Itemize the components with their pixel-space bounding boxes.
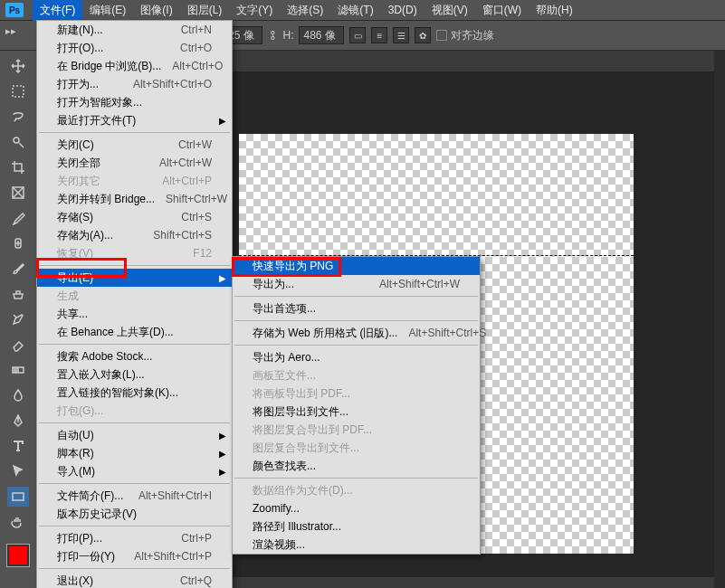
file-menu-item[interactable]: 最近打开文件(T)▶ xyxy=(37,111,232,129)
file-menu-item[interactable]: 关闭并转到 Bridge...Shift+Ctrl+W xyxy=(37,190,232,208)
blur-tool[interactable] xyxy=(7,385,29,405)
export-menu-item[interactable]: 将图层导出到文件... xyxy=(233,403,480,421)
file-dropdown-menu: 新建(N)...Ctrl+N打开(O)...Ctrl+O在 Bridge 中浏览… xyxy=(36,20,233,588)
move-tool[interactable] xyxy=(7,56,29,76)
type-tool[interactable] xyxy=(7,436,29,456)
export-menu-item-label: 快速导出为 PNG xyxy=(253,259,460,274)
align-icon[interactable]: ≡ xyxy=(371,27,387,43)
file-menu-item[interactable]: 文件简介(F)...Alt+Shift+Ctrl+I xyxy=(37,487,232,505)
shape-combine-icon[interactable]: ▭ xyxy=(349,27,366,43)
menu-edit[interactable]: 编辑(E) xyxy=(82,0,133,21)
export-menu-item[interactable]: 路径到 Illustrator... xyxy=(233,517,480,536)
export-menu-item[interactable]: 快速导出为 PNG xyxy=(233,257,480,275)
hand-tool[interactable] xyxy=(7,512,29,532)
marquee-tool[interactable] xyxy=(7,81,29,101)
submenu-arrow-icon: ▶ xyxy=(219,431,226,441)
gradient-tool[interactable] xyxy=(7,360,29,380)
arrange-icon[interactable]: ☰ xyxy=(393,27,409,43)
file-menu-item[interactable]: 打开为智能对象... xyxy=(37,93,232,111)
file-menu-item[interactable]: 存储为(A)...Shift+Ctrl+S xyxy=(37,226,232,244)
file-menu-item[interactable]: 置入链接的智能对象(K)... xyxy=(37,384,232,402)
file-menu-item-label: 版本历史记录(V) xyxy=(57,507,212,522)
height-label: H: xyxy=(282,29,293,42)
frame-tool[interactable] xyxy=(7,183,29,203)
menu-filter[interactable]: 滤镜(T) xyxy=(330,0,380,21)
file-menu-item-label: 退出(X) xyxy=(57,574,169,589)
file-menu-item[interactable]: 关闭(C)Ctrl+W xyxy=(37,136,232,154)
file-menu-item[interactable]: 关闭全部Alt+Ctrl+W xyxy=(37,154,232,172)
eyedropper-tool[interactable] xyxy=(7,208,29,228)
file-menu-item[interactable]: 自动(U)▶ xyxy=(37,426,232,444)
file-menu-item[interactable]: 版本历史记录(V) xyxy=(37,505,232,523)
healing-tool[interactable] xyxy=(7,233,29,253)
file-menu-item[interactable]: 共享... xyxy=(37,305,232,323)
foreground-color-swatch[interactable] xyxy=(7,545,29,566)
menu-help[interactable]: 帮助(H) xyxy=(529,0,580,21)
export-menu-item: 将画板导出到 PDF... xyxy=(233,384,480,403)
menu-3d[interactable]: 3D(D) xyxy=(381,1,425,19)
file-menu-item-label: 打开为智能对象... xyxy=(57,95,212,110)
lasso-tool[interactable] xyxy=(7,107,29,127)
menu-layer[interactable]: 图层(L) xyxy=(180,0,230,21)
file-menu-item[interactable]: 搜索 Adobe Stock... xyxy=(37,347,232,365)
file-menu-item: 生成 xyxy=(37,287,232,305)
export-menu-item[interactable]: 导出为 Aero... xyxy=(233,348,480,366)
file-menu-item-label: 导出(E) xyxy=(57,270,212,286)
file-menu-item-label: 关闭(C) xyxy=(57,138,167,153)
file-menu-item-shortcut: Alt+Shift+Ctrl+I xyxy=(138,489,212,502)
file-menu-item[interactable]: 退出(X)Ctrl+Q xyxy=(37,572,232,588)
file-menu-item[interactable]: 在 Behance 上共享(D)... xyxy=(37,323,232,341)
file-menu-item[interactable]: 打印一份(Y)Alt+Shift+Ctrl+P xyxy=(37,547,232,565)
menu-window[interactable]: 窗口(W) xyxy=(475,0,529,21)
file-menu-item[interactable]: 新建(N)...Ctrl+N xyxy=(37,21,232,39)
file-menu-separator xyxy=(39,344,230,345)
right-panel-collapsed[interactable] xyxy=(714,51,725,588)
brush-tool[interactable] xyxy=(7,259,29,279)
file-menu-item-shortcut: Alt+Ctrl+W xyxy=(159,156,212,169)
panel-toggle-icon[interactable]: ▸▸ xyxy=(5,25,16,37)
export-menu-item-label: 导出首选项... xyxy=(253,301,460,317)
file-menu-item-label: 在 Behance 上共享(D)... xyxy=(57,325,212,340)
export-menu-separator xyxy=(234,478,478,479)
file-menu-item[interactable]: 脚本(R)▶ xyxy=(37,444,232,462)
shape-tool[interactable] xyxy=(7,487,29,507)
eraser-tool[interactable] xyxy=(7,335,29,355)
align-edges-checkbox[interactable] xyxy=(436,30,447,41)
height-input[interactable]: 486 像 xyxy=(299,26,344,44)
export-menu-item[interactable]: 渲染视频... xyxy=(233,536,480,554)
file-menu-item[interactable]: 打印(P)...Ctrl+P xyxy=(37,529,232,547)
menu-type[interactable]: 文字(Y) xyxy=(229,0,280,21)
file-menu-item[interactable]: 打开(O)...Ctrl+O xyxy=(37,39,232,57)
file-menu-item: 恢复(V)F12 xyxy=(37,244,232,262)
menu-file[interactable]: 文件(F) xyxy=(33,0,82,21)
link-wh-icon[interactable]: ⚯ xyxy=(266,31,279,40)
file-menu-item[interactable]: 导入(M)▶ xyxy=(37,462,232,480)
export-menu-item-label: 颜色查找表... xyxy=(253,459,460,474)
export-menu-item[interactable]: 导出首选项... xyxy=(233,299,480,318)
file-menu-item[interactable]: 置入嵌入对象(L)... xyxy=(37,365,232,384)
export-menu-item[interactable]: 颜色查找表... xyxy=(233,457,480,475)
clone-tool[interactable] xyxy=(7,284,29,304)
export-menu-item[interactable]: 存储为 Web 所用格式 (旧版)...Alt+Shift+Ctrl+S xyxy=(233,324,480,342)
file-menu-item-shortcut: Ctrl+Q xyxy=(180,574,212,587)
menu-select[interactable]: 选择(S) xyxy=(280,0,330,21)
file-menu-item-label: 打开为... xyxy=(57,77,122,92)
pen-tool[interactable] xyxy=(7,411,29,431)
export-menu-item[interactable]: Zoomify... xyxy=(233,499,480,517)
history-brush-tool[interactable] xyxy=(7,309,29,329)
file-menu-separator xyxy=(39,526,230,526)
menu-image[interactable]: 图像(I) xyxy=(133,0,179,21)
svg-point-1 xyxy=(14,138,19,143)
quick-select-tool[interactable] xyxy=(7,132,29,152)
export-menu-item[interactable]: 导出为...Alt+Shift+Ctrl+W xyxy=(233,275,480,293)
file-menu-item-shortcut: Alt+Ctrl+P xyxy=(162,175,212,187)
menu-view[interactable]: 视图(V) xyxy=(425,0,475,21)
file-menu-item-shortcut: Alt+Shift+Ctrl+P xyxy=(134,550,212,563)
file-menu-item[interactable]: 导出(E)▶ xyxy=(37,269,232,287)
path-select-tool[interactable] xyxy=(7,461,29,481)
crop-tool[interactable] xyxy=(7,157,29,177)
file-menu-item[interactable]: 在 Bridge 中浏览(B)...Alt+Ctrl+O xyxy=(37,57,232,75)
file-menu-item[interactable]: 存储(S)Ctrl+S xyxy=(37,208,232,226)
file-menu-item[interactable]: 打开为...Alt+Shift+Ctrl+O xyxy=(37,75,232,93)
gear-icon[interactable]: ✿ xyxy=(415,27,431,43)
